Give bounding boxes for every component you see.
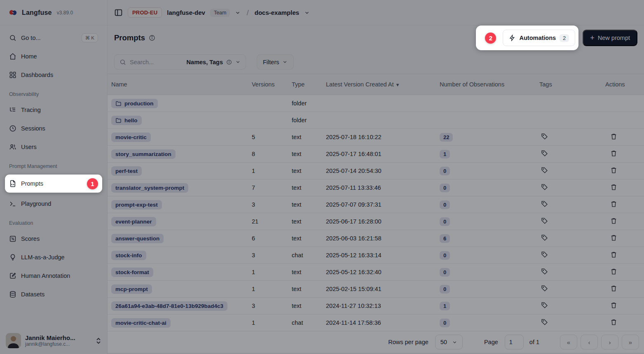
prompt-name-badge[interactable]: event-planner	[111, 217, 156, 226]
sidebar-item-tracing[interactable]: Tracing	[5, 102, 102, 117]
sidebar-item-human-annotation[interactable]: Human Annotation	[5, 268, 102, 283]
user-menu[interactable]: Jannik Maierho... jannik@langfuse.c...	[0, 329, 107, 354]
prompt-name-badge[interactable]: answer-question	[111, 234, 164, 243]
table-row[interactable]: movie-critic 5 text 2025-07-18 16:10:22 …	[108, 129, 644, 146]
prompt-name-badge[interactable]: movie-critic	[111, 133, 151, 142]
cell-name: perf-test	[111, 166, 252, 176]
prompt-name-badge-label: hello	[124, 117, 138, 123]
prompts-file-icon	[9, 180, 16, 187]
users-label: Users	[21, 144, 37, 150]
delete-button[interactable]	[610, 251, 617, 258]
filters-button[interactable]: Filters	[257, 54, 294, 70]
new-prompt-button[interactable]: + New prompt	[583, 30, 637, 46]
delete-button[interactable]	[610, 133, 617, 140]
project-breadcrumb[interactable]: docs-examples	[255, 9, 299, 16]
search-scope-select[interactable]: Names, Tags	[187, 59, 241, 65]
prompt-name-badge[interactable]: story_summarization	[111, 149, 176, 159]
column-header-created[interactable]: Latest Version Created At ▼	[326, 81, 440, 88]
prompt-name-badge[interactable]: movie-critic-chat-ai	[111, 318, 171, 328]
tag-icon-button[interactable]	[541, 319, 548, 326]
tag-icon-button[interactable]	[541, 251, 548, 258]
column-header-tags[interactable]: Tags	[539, 81, 605, 88]
delete-button[interactable]	[610, 302, 617, 309]
prompt-name-badge[interactable]: stock-info	[111, 251, 146, 260]
cell-created: 2025-05-12 16:32:40	[326, 269, 440, 275]
previous-page-button[interactable]: ‹	[581, 335, 598, 349]
tag-icon-button[interactable]	[541, 133, 548, 140]
tag-icon-button[interactable]	[541, 217, 548, 224]
tag-icon-button[interactable]	[541, 167, 548, 174]
prompt-name-badge[interactable]: prompt-exp-test	[111, 200, 162, 210]
delete-button[interactable]	[610, 150, 617, 157]
delete-button[interactable]	[610, 268, 617, 275]
sidebar-item-sessions[interactable]: Sessions	[5, 121, 102, 136]
table-row[interactable]: prompt-exp-test 3 text 2025-07-07 09:37:…	[108, 196, 644, 213]
table-row[interactable]: perf-test 1 text 2025-07-14 20:54:30 0	[108, 163, 644, 179]
sidebar-item-dashboards[interactable]: Dashboards	[5, 68, 102, 82]
page-header: Prompts 2 Automations 2 + New prompt	[108, 26, 644, 50]
prompt-name-badge[interactable]: production	[111, 99, 158, 108]
delete-button[interactable]	[610, 285, 617, 292]
project-chevron-down-icon[interactable]	[304, 10, 310, 16]
table-row[interactable]: answer-question 6 text 2025-06-03 16:21:…	[108, 230, 644, 247]
terminal-icon	[9, 200, 16, 207]
prompt-name-badge[interactable]: 26a61a94-e3ab-48d7-81e0-13b929bad4c3	[111, 301, 227, 311]
table-row[interactable]: story_summarization 8 text 2025-07-17 16…	[108, 146, 644, 163]
table-row[interactable]: production folder	[108, 95, 644, 112]
org-breadcrumb[interactable]: langfuse-dev	[167, 9, 205, 16]
tag-icon-button[interactable]	[541, 200, 548, 207]
observations-badge: 0	[440, 217, 450, 226]
delete-button[interactable]	[610, 200, 617, 207]
table-row[interactable]: movie-critic-chat-ai 1 chat 2024-11-14 1…	[108, 314, 644, 331]
prompt-name-badge-label: movie-critic	[115, 134, 147, 140]
column-header-versions[interactable]: Versions	[252, 81, 292, 88]
cell-type: text	[292, 201, 326, 208]
sidebar-item-home[interactable]: Home	[5, 49, 102, 64]
tag-icon-button[interactable]	[541, 184, 548, 191]
sidebar-item-prompts[interactable]: Prompts 1	[5, 175, 102, 193]
observations-badge: 6	[440, 234, 450, 243]
table-row[interactable]: mcp-prompt 1 text 2025-02-15 15:09:41 0	[108, 281, 644, 298]
search-input[interactable]: Search... Names, Tags	[114, 54, 246, 70]
delete-button[interactable]	[610, 167, 617, 174]
scores-label: Scores	[21, 235, 40, 242]
info-icon[interactable]	[149, 35, 155, 41]
column-header-name[interactable]: Name	[111, 81, 252, 88]
prompt-name-badge[interactable]: hello	[111, 116, 142, 125]
table-row[interactable]: event-planner 21 text 2025-06-17 16:28:0…	[108, 213, 644, 230]
rows-per-page-select[interactable]: 50	[435, 335, 463, 349]
column-header-type[interactable]: Type	[292, 81, 326, 88]
org-chevron-down-icon[interactable]	[235, 10, 241, 16]
table-row[interactable]: stock-format 1 text 2025-05-12 16:32:40 …	[108, 264, 644, 281]
first-page-button[interactable]: «	[560, 335, 577, 349]
prompt-name-badge[interactable]: perf-test	[111, 166, 142, 176]
delete-button[interactable]	[610, 184, 617, 191]
tag-icon-button[interactable]	[541, 285, 548, 292]
column-header-observations[interactable]: Number of Observations	[440, 81, 539, 88]
last-page-button[interactable]: »	[622, 335, 639, 349]
table-row[interactable]: stock-info 3 chat 2025-05-12 16:33:14 0	[108, 247, 644, 264]
table-row[interactable]: 26a61a94-e3ab-48d7-81e0-13b929bad4c3 3 t…	[108, 298, 644, 314]
sidebar-item-playground[interactable]: Playground	[5, 196, 102, 211]
tag-icon-button[interactable]	[541, 268, 548, 275]
prompt-name-badge[interactable]: mcp-prompt	[111, 284, 152, 294]
prompt-name-badge[interactable]: stock-format	[111, 268, 153, 277]
tag-icon-button[interactable]	[541, 150, 548, 157]
page-number-input[interactable]	[505, 335, 524, 349]
table-row[interactable]: hello folder	[108, 112, 644, 129]
tag-icon-button[interactable]	[541, 234, 548, 241]
delete-button[interactable]	[610, 217, 617, 224]
sidebar-item-datasets[interactable]: Datasets	[5, 287, 102, 302]
prompt-name-badge[interactable]: translator_system-prompt	[111, 183, 188, 193]
delete-button[interactable]	[610, 234, 617, 241]
sidebar-toggle-icon[interactable]	[114, 8, 123, 17]
sidebar-item-scores[interactable]: Scores	[5, 231, 102, 246]
sidebar-item-goto[interactable]: Go to... ⌘ K	[5, 30, 102, 45]
sidebar-item-users[interactable]: Users	[5, 140, 102, 154]
tag-icon-button[interactable]	[541, 302, 548, 309]
delete-button[interactable]	[610, 319, 617, 326]
table-row[interactable]: translator_system-prompt 7 text 2025-07-…	[108, 179, 644, 196]
next-page-button[interactable]: ›	[601, 335, 618, 349]
sidebar-item-llm-judge[interactable]: LLM-as-a-Judge	[5, 250, 102, 265]
automations-button[interactable]: Automations 2	[503, 30, 575, 46]
